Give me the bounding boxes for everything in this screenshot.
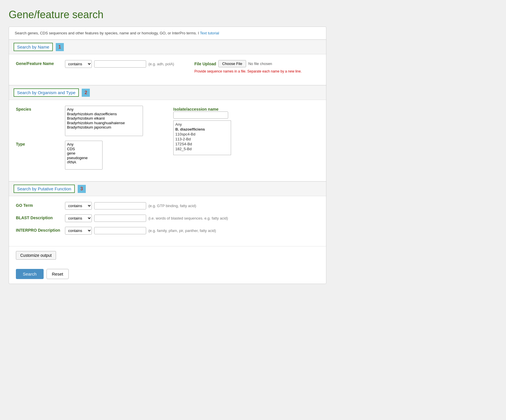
interpro-controls: contains starts with equals (e.g. family…: [65, 227, 216, 235]
type-option-pseudogene[interactable]: pseudogene: [67, 156, 101, 160]
section3-body: GO Term contains starts with equals (e.g…: [9, 196, 326, 246]
go-term-input[interactable]: [94, 202, 146, 209]
text-tutorial-link[interactable]: Text tutorial: [200, 31, 219, 35]
gene-feature-name-input[interactable]: [94, 60, 146, 68]
species-listbox[interactable]: Any Bradyrhizobium diazoefficiens Bradyr…: [65, 106, 143, 136]
section2-header: Search by Organism and Type 2: [9, 85, 326, 100]
type-label: Type: [16, 141, 62, 146]
accession-item-182[interactable]: 182_5-Bd: [175, 146, 230, 151]
no-file-text: No file chosen: [248, 62, 272, 66]
interpro-row: INTERPRO Description contains starts wit…: [16, 227, 319, 235]
blast-controls: contains starts with equals (i.e. words …: [65, 214, 228, 222]
section1-title: Search by Name: [14, 43, 53, 51]
species-label: Species: [16, 106, 62, 111]
section1-body: Gene/Feature Name contains starts with e…: [9, 54, 326, 85]
section2-title: Search by Organism and Type: [14, 88, 79, 97]
choose-file-button[interactable]: Choose File: [218, 60, 246, 67]
section2-number: 2: [82, 89, 90, 97]
gene-feature-name-row: Gene/Feature Name contains starts with e…: [16, 60, 319, 73]
type-option-any[interactable]: Any: [67, 142, 101, 147]
file-upload-row: File Upload Choose File No file chosen: [194, 60, 302, 67]
interpro-hint: (e.g. family, pfam, pir, panther, fatty …: [148, 228, 216, 233]
intro-text: Search genes, CDS sequences and other fe…: [9, 27, 326, 40]
type-listbox[interactable]: Any CDS gene pseudogene rRNA: [65, 141, 103, 170]
gene-feature-name-operator[interactable]: contains starts with ends with equals: [65, 60, 92, 68]
go-term-controls: contains starts with equals (e.g. GTP bi…: [65, 202, 196, 210]
blast-row: BLAST Description contains starts with e…: [16, 214, 319, 222]
section1-number: 1: [56, 43, 64, 51]
gene-feature-name-hint: (e.g. adh, polA): [148, 62, 174, 66]
reset-button[interactable]: Reset: [46, 269, 69, 279]
file-upload-area: File Upload Choose File No file chosen P…: [194, 60, 302, 73]
accession-item-110[interactable]: 110spc4-Bd: [175, 132, 230, 137]
species-row: Species Any Bradyrhizobium diazoefficien…: [16, 106, 162, 136]
type-row: Type Any CDS gene pseudogene rRNA: [16, 141, 162, 170]
accession-list[interactable]: Any B. diazoefficiens 110spc4-Bd 113-2-B…: [173, 120, 231, 155]
go-term-label: GO Term: [16, 202, 62, 208]
action-buttons: Search Reset: [16, 269, 319, 279]
type-option-gene[interactable]: gene: [67, 151, 101, 156]
section3-title: Search by Putative Function: [14, 185, 75, 193]
accession-item-any[interactable]: Any: [175, 122, 230, 127]
search-button[interactable]: Search: [16, 269, 44, 279]
customize-output-button[interactable]: Customize output: [16, 251, 56, 260]
species-option-1[interactable]: Bradyrhizobium diazoefficiens: [67, 112, 141, 116]
blast-operator[interactable]: contains starts with equals: [65, 214, 92, 222]
file-note: Provide sequence names in a file. Separa…: [194, 69, 302, 73]
isolate-search-input[interactable]: [173, 111, 228, 119]
section3-number: 3: [78, 185, 86, 193]
species-option-2[interactable]: Bradyrhizobium elkanii: [67, 116, 141, 121]
intro-description: Search genes, CDS sequences and other fe…: [15, 31, 199, 35]
type-option-rrna[interactable]: rRNA: [67, 160, 101, 165]
organism-left-col: Species Any Bradyrhizobium diazoefficien…: [16, 106, 162, 174]
page-title: Gene/feature search: [9, 9, 497, 21]
gene-feature-name-controls: contains starts with ends with equals (e…: [65, 60, 174, 68]
bottom-section: Customize output Search Reset: [9, 246, 326, 284]
accession-item-bd[interactable]: B. diazoefficiens: [175, 127, 230, 132]
species-option-3[interactable]: Bradyrhizobium huanghuaihaiense: [67, 121, 141, 125]
isolate-label: Isolate/accession name: [173, 106, 319, 111]
species-option-any[interactable]: Any: [67, 107, 141, 112]
section2-body: Species Any Bradyrhizobium diazoefficien…: [9, 100, 326, 181]
gene-feature-name-label: Gene/Feature Name: [16, 60, 62, 66]
go-term-row: GO Term contains starts with equals (e.g…: [16, 202, 319, 210]
file-upload-label: File Upload: [194, 62, 216, 66]
species-option-4[interactable]: Bradyrhizobium japonicum: [67, 125, 141, 130]
isolate-panel: Any B. diazoefficiens 110spc4-Bd 113-2-B…: [173, 111, 319, 155]
type-option-cds[interactable]: CDS: [67, 147, 101, 151]
blast-hint: (i.e. words of blasted sequences. e.g. f…: [148, 216, 228, 220]
go-term-operator[interactable]: contains starts with equals: [65, 202, 92, 210]
section1-header: Search by Name 1: [9, 40, 326, 54]
blast-input[interactable]: [94, 215, 146, 222]
isolate-col: Isolate/accession name Any B. diazoeffic…: [173, 106, 319, 155]
organism-type-layout: Species Any Bradyrhizobium diazoefficien…: [16, 106, 319, 174]
section3-header: Search by Putative Function 3: [9, 181, 326, 196]
go-term-hint: (e.g. GTP binding, fatty acid): [148, 204, 196, 208]
main-card: Search genes, CDS sequences and other fe…: [9, 27, 326, 284]
accession-item-113[interactable]: 113-2-Bd: [175, 137, 230, 142]
accession-item-172[interactable]: 172S4-Bd: [175, 142, 230, 146]
interpro-label: INTERPRO Description: [16, 227, 62, 233]
blast-label: BLAST Description: [16, 214, 62, 220]
interpro-input[interactable]: [94, 227, 146, 234]
interpro-operator[interactable]: contains starts with equals: [65, 227, 92, 235]
